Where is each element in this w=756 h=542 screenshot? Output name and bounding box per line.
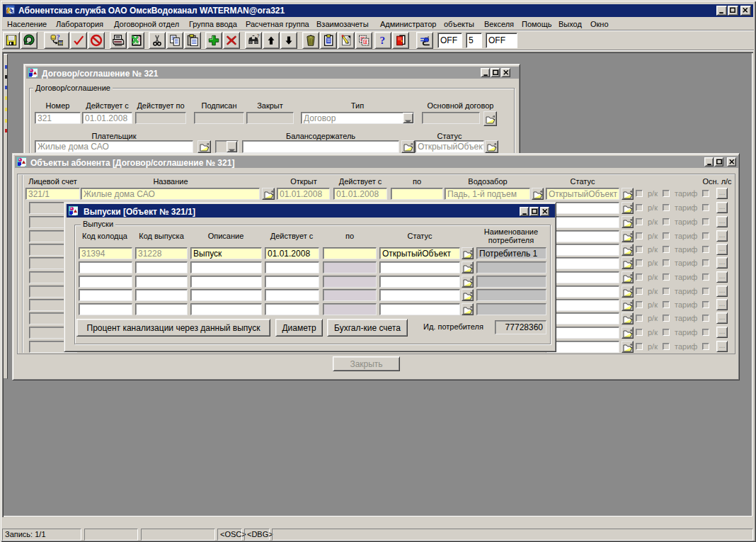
svg-text:?: ?: [57, 34, 60, 41]
svg-text:?: ?: [380, 34, 386, 46]
svg-text:F1: F1: [364, 40, 368, 44]
svg-text:?: ?: [257, 34, 260, 38]
